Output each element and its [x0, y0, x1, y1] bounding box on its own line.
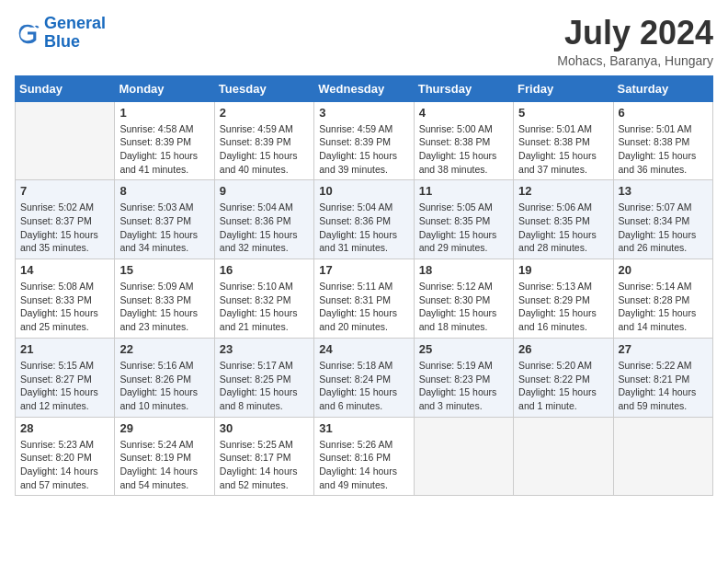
day-info: Sunrise: 5:23 AM Sunset: 8:20 PM Dayligh…: [20, 438, 109, 492]
day-number: 18: [419, 263, 508, 277]
day-number: 27: [619, 342, 708, 356]
day-info: Sunrise: 5:07 AM Sunset: 8:34 PM Dayligh…: [619, 201, 708, 255]
calendar-day-cell: 24 Sunrise: 5:18 AM Sunset: 8:24 PM Dayl…: [314, 338, 414, 417]
calendar-day-cell: [16, 101, 115, 180]
calendar-day-cell: 1 Sunrise: 4:58 AM Sunset: 8:39 PM Dayli…: [115, 101, 214, 180]
day-info: Sunrise: 5:08 AM Sunset: 8:33 PM Dayligh…: [20, 280, 109, 334]
calendar-day-cell: 20 Sunrise: 5:14 AM Sunset: 8:28 PM Dayl…: [613, 259, 712, 339]
day-info: Sunrise: 5:11 AM Sunset: 8:31 PM Dayligh…: [319, 280, 408, 334]
calendar-day-cell: 25 Sunrise: 5:19 AM Sunset: 8:23 PM Dayl…: [414, 338, 513, 417]
calendar-day-cell: 12 Sunrise: 5:06 AM Sunset: 8:35 PM Dayl…: [514, 180, 613, 259]
day-info: Sunrise: 5:25 AM Sunset: 8:17 PM Dayligh…: [220, 438, 309, 492]
calendar-day-cell: 18 Sunrise: 5:12 AM Sunset: 8:30 PM Dayl…: [414, 259, 513, 339]
day-of-week-header: Tuesday: [214, 75, 313, 101]
day-info: Sunrise: 5:05 AM Sunset: 8:35 PM Dayligh…: [419, 201, 508, 255]
calendar-day-cell: 21 Sunrise: 5:15 AM Sunset: 8:27 PM Dayl…: [16, 338, 115, 417]
calendar-day-cell: 15 Sunrise: 5:09 AM Sunset: 8:33 PM Dayl…: [115, 259, 214, 339]
day-info: Sunrise: 5:26 AM Sunset: 8:16 PM Dayligh…: [319, 438, 408, 492]
day-of-week-header: Monday: [115, 75, 214, 101]
day-number: 8: [119, 184, 209, 198]
day-info: Sunrise: 5:04 AM Sunset: 8:36 PM Dayligh…: [220, 201, 309, 255]
calendar-day-cell: 29 Sunrise: 5:24 AM Sunset: 8:19 PM Dayl…: [115, 417, 214, 496]
day-number: 11: [419, 184, 508, 198]
calendar-day-cell: 22 Sunrise: 5:16 AM Sunset: 8:26 PM Dayl…: [115, 338, 214, 417]
logo: General Blue: [15, 15, 106, 52]
calendar-day-cell: 30 Sunrise: 5:25 AM Sunset: 8:17 PM Dayl…: [214, 417, 313, 496]
day-info: Sunrise: 5:04 AM Sunset: 8:36 PM Dayligh…: [319, 201, 408, 255]
day-of-week-header: Sunday: [16, 75, 115, 101]
month-title: July 2024: [557, 15, 713, 52]
calendar-day-cell: [514, 417, 613, 496]
day-number: 19: [518, 263, 608, 277]
day-number: 28: [20, 421, 109, 435]
calendar-day-cell: 27 Sunrise: 5:22 AM Sunset: 8:21 PM Dayl…: [613, 338, 712, 417]
day-number: 24: [319, 342, 408, 356]
title-section: July 2024 Mohacs, Baranya, Hungary: [557, 15, 713, 68]
calendar-day-cell: 13 Sunrise: 5:07 AM Sunset: 8:34 PM Dayl…: [613, 180, 712, 259]
day-number: 26: [518, 342, 608, 356]
calendar-day-cell: 31 Sunrise: 5:26 AM Sunset: 8:16 PM Dayl…: [314, 417, 414, 496]
day-number: 3: [319, 106, 408, 120]
day-number: 29: [119, 421, 209, 435]
day-of-week-header: Friday: [514, 75, 613, 101]
calendar-week-row: 14 Sunrise: 5:08 AM Sunset: 8:33 PM Dayl…: [16, 259, 713, 339]
calendar-week-row: 7 Sunrise: 5:02 AM Sunset: 8:37 PM Dayli…: [16, 180, 713, 259]
day-of-week-header: Thursday: [414, 75, 513, 101]
day-info: Sunrise: 5:14 AM Sunset: 8:28 PM Dayligh…: [619, 280, 708, 334]
day-number: 23: [220, 342, 309, 356]
day-info: Sunrise: 5:13 AM Sunset: 8:29 PM Dayligh…: [518, 280, 608, 334]
day-info: Sunrise: 5:00 AM Sunset: 8:38 PM Dayligh…: [419, 122, 508, 177]
day-number: 31: [319, 421, 408, 435]
day-info: Sunrise: 5:01 AM Sunset: 8:38 PM Dayligh…: [619, 122, 708, 177]
day-of-week-header: Wednesday: [314, 75, 414, 101]
logo-icon: [15, 20, 40, 46]
day-number: 5: [518, 106, 608, 120]
day-info: Sunrise: 5:22 AM Sunset: 8:21 PM Dayligh…: [619, 359, 708, 413]
calendar-week-row: 28 Sunrise: 5:23 AM Sunset: 8:20 PM Dayl…: [16, 417, 713, 496]
location: Mohacs, Baranya, Hungary: [557, 53, 713, 68]
day-info: Sunrise: 5:10 AM Sunset: 8:32 PM Dayligh…: [220, 280, 309, 334]
calendar-header-row: SundayMondayTuesdayWednesdayThursdayFrid…: [16, 75, 713, 101]
day-info: Sunrise: 5:18 AM Sunset: 8:24 PM Dayligh…: [319, 359, 408, 413]
calendar-day-cell: 28 Sunrise: 5:23 AM Sunset: 8:20 PM Dayl…: [16, 417, 115, 496]
day-number: 15: [119, 263, 209, 277]
day-number: 22: [119, 342, 209, 356]
calendar-day-cell: 26 Sunrise: 5:20 AM Sunset: 8:22 PM Dayl…: [514, 338, 613, 417]
day-info: Sunrise: 5:02 AM Sunset: 8:37 PM Dayligh…: [20, 201, 109, 255]
calendar-day-cell: 9 Sunrise: 5:04 AM Sunset: 8:36 PM Dayli…: [214, 180, 313, 259]
day-info: Sunrise: 5:15 AM Sunset: 8:27 PM Dayligh…: [20, 359, 109, 413]
day-info: Sunrise: 4:59 AM Sunset: 8:39 PM Dayligh…: [319, 122, 408, 177]
calendar-week-row: 21 Sunrise: 5:15 AM Sunset: 8:27 PM Dayl…: [16, 338, 713, 417]
day-info: Sunrise: 5:01 AM Sunset: 8:38 PM Dayligh…: [518, 122, 608, 177]
calendar-day-cell: 14 Sunrise: 5:08 AM Sunset: 8:33 PM Dayl…: [16, 259, 115, 339]
calendar-day-cell: 7 Sunrise: 5:02 AM Sunset: 8:37 PM Dayli…: [16, 180, 115, 259]
logo-text: General Blue: [44, 15, 106, 52]
day-info: Sunrise: 4:58 AM Sunset: 8:39 PM Dayligh…: [119, 122, 209, 177]
day-number: 16: [220, 263, 309, 277]
day-number: 12: [518, 184, 608, 198]
day-number: 7: [20, 184, 109, 198]
calendar-day-cell: [613, 417, 712, 496]
calendar-day-cell: [414, 417, 513, 496]
day-info: Sunrise: 5:20 AM Sunset: 8:22 PM Dayligh…: [518, 359, 608, 413]
day-number: 25: [419, 342, 508, 356]
day-number: 6: [619, 106, 708, 120]
day-number: 30: [220, 421, 309, 435]
day-number: 4: [419, 106, 508, 120]
day-info: Sunrise: 5:03 AM Sunset: 8:37 PM Dayligh…: [119, 201, 209, 255]
calendar-day-cell: 2 Sunrise: 4:59 AM Sunset: 8:39 PM Dayli…: [214, 101, 313, 180]
day-number: 9: [220, 184, 309, 198]
day-info: Sunrise: 4:59 AM Sunset: 8:39 PM Dayligh…: [220, 122, 309, 177]
calendar-day-cell: 16 Sunrise: 5:10 AM Sunset: 8:32 PM Dayl…: [214, 259, 313, 339]
day-of-week-header: Saturday: [613, 75, 712, 101]
day-number: 14: [20, 263, 109, 277]
day-number: 13: [619, 184, 708, 198]
calendar-day-cell: 10 Sunrise: 5:04 AM Sunset: 8:36 PM Dayl…: [314, 180, 414, 259]
day-number: 1: [119, 106, 209, 120]
calendar-day-cell: 19 Sunrise: 5:13 AM Sunset: 8:29 PM Dayl…: [514, 259, 613, 339]
calendar-day-cell: 3 Sunrise: 4:59 AM Sunset: 8:39 PM Dayli…: [314, 101, 414, 180]
calendar-day-cell: 17 Sunrise: 5:11 AM Sunset: 8:31 PM Dayl…: [314, 259, 414, 339]
page-header: General Blue July 2024 Mohacs, Baranya, …: [15, 15, 713, 68]
day-info: Sunrise: 5:24 AM Sunset: 8:19 PM Dayligh…: [119, 438, 209, 492]
day-info: Sunrise: 5:12 AM Sunset: 8:30 PM Dayligh…: [419, 280, 508, 334]
